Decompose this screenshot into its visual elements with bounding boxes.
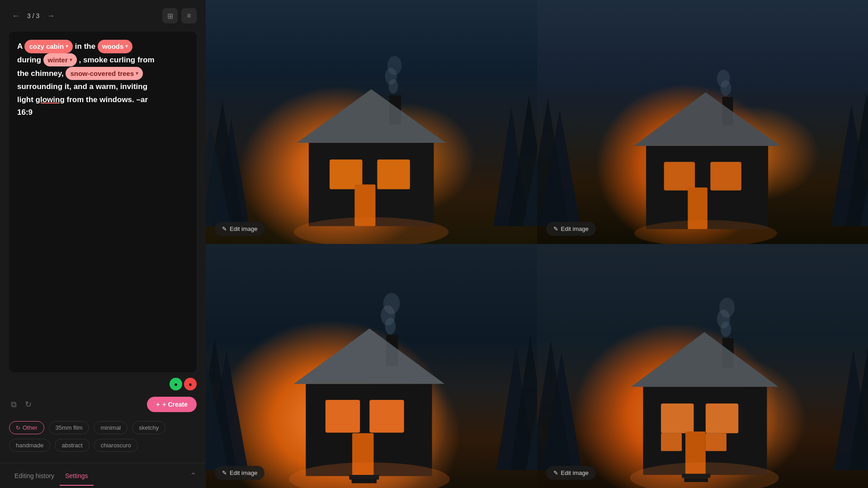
grid-icon: ⊞ xyxy=(167,12,173,20)
prompt-chimney: the chimney, xyxy=(17,69,66,78)
edit-pencil-icon-3: ✎ xyxy=(222,469,227,476)
style-tag-minimal[interactable]: minimal xyxy=(94,421,127,434)
svg-point-16 xyxy=(294,217,448,244)
svg-marker-20 xyxy=(845,92,868,226)
prompt-connector1: in the xyxy=(75,42,98,51)
tab-settings[interactable]: Settings xyxy=(60,466,94,486)
svg-rect-8 xyxy=(330,160,362,189)
list-icon: ≡ xyxy=(187,12,191,20)
tag-trees-chevron: ▾ xyxy=(136,69,138,78)
svg-marker-3 xyxy=(493,107,529,226)
edit-image-label-2: Edit image xyxy=(561,225,589,232)
prompt-prefix: A xyxy=(17,42,24,51)
scene-svg-1 xyxy=(206,0,537,244)
style-tag-sketchy[interactable]: sketchy xyxy=(132,421,165,434)
tag-woods-chevron: ▾ xyxy=(125,42,128,51)
tabs-left: Editing history Settings xyxy=(9,466,94,486)
expand-icon: ⌃ xyxy=(190,471,197,480)
svg-marker-0 xyxy=(213,119,249,226)
style-tags-row1: ↻ Other 35mm film minimal sketchy xyxy=(9,421,197,434)
bottom-tabs: Editing history Settings ⌃ xyxy=(0,463,206,488)
svg-point-12 xyxy=(388,79,398,94)
svg-rect-49 xyxy=(349,475,379,480)
edit-pencil-icon-2: ✎ xyxy=(553,225,558,232)
svg-marker-51 xyxy=(542,352,581,470)
tab-editing-history[interactable]: Editing history xyxy=(9,466,60,486)
prev-page-button[interactable]: ← xyxy=(9,9,23,23)
image-cell-2: ✎ Edit image xyxy=(537,0,868,244)
image-grid: ✎ Edit image ✎ Edit image xyxy=(206,0,868,488)
edit-image-button-1[interactable]: ✎ Edit image xyxy=(215,222,264,236)
svg-point-13 xyxy=(385,68,397,84)
svg-marker-52 xyxy=(537,340,571,470)
avatar-red-icon: ● xyxy=(189,381,192,388)
svg-marker-1 xyxy=(206,101,243,226)
style-tag-abstract[interactable]: abstract xyxy=(55,439,89,452)
svg-rect-61 xyxy=(705,433,726,451)
svg-rect-58 xyxy=(661,404,693,433)
action-buttons: ⧉ ↻ + + Create xyxy=(0,397,206,418)
svg-marker-67 xyxy=(631,332,778,387)
svg-rect-50 xyxy=(352,479,377,483)
svg-point-65 xyxy=(717,310,730,328)
prompt-bottom-area: ● ● xyxy=(0,372,206,397)
scene-svg-4 xyxy=(537,244,868,488)
tab-history-label: Editing history xyxy=(14,472,54,479)
grid-view-button[interactable]: ⊞ xyxy=(162,8,178,23)
svg-marker-30 xyxy=(634,92,780,146)
image-cell-1: ✎ Edit image xyxy=(206,0,537,244)
svg-rect-9 xyxy=(377,160,410,189)
style-sketchy-label: sketchy xyxy=(139,424,159,431)
svg-rect-24 xyxy=(664,162,694,190)
svg-point-46 xyxy=(383,293,400,314)
svg-rect-40 xyxy=(326,400,360,432)
style-tag-chiaroscuro[interactable]: chiaroscuro xyxy=(94,439,138,452)
scene-svg-3 xyxy=(206,244,537,488)
svg-marker-35 xyxy=(496,347,535,470)
avatar-icons: ● ● xyxy=(170,378,197,390)
page-indicator: 3 / 3 xyxy=(27,12,39,19)
edit-image-button-2[interactable]: ✎ Edit image xyxy=(546,222,596,236)
style-tag-other[interactable]: ↻ Other xyxy=(9,421,44,434)
svg-point-28 xyxy=(720,80,731,96)
svg-marker-37 xyxy=(526,352,537,470)
svg-point-31 xyxy=(634,220,777,244)
prompt-area: A cozy cabin ▾ in the woods ▾ during win… xyxy=(9,32,197,372)
svg-rect-70 xyxy=(684,478,708,482)
copy-button[interactable]: ⧉ xyxy=(9,398,19,411)
svg-marker-17 xyxy=(539,110,580,226)
svg-rect-25 xyxy=(710,162,741,190)
style-tags-section: ↻ Other 35mm film minimal sketchy handma… xyxy=(0,418,206,463)
copy-icon: ⧉ xyxy=(11,400,17,409)
tab-expand-button[interactable]: ⌃ xyxy=(190,471,197,481)
list-view-button[interactable]: ≡ xyxy=(181,8,197,23)
create-button[interactable]: + + Create xyxy=(147,397,197,412)
svg-marker-56 xyxy=(631,332,778,387)
style-chiaroscuro-label: chiaroscuro xyxy=(101,442,131,449)
svg-rect-69 xyxy=(682,474,710,478)
tag-winter[interactable]: winter ▾ xyxy=(43,53,77,67)
svg-point-64 xyxy=(720,321,731,337)
svg-rect-26 xyxy=(688,188,707,229)
tag-cabin[interactable]: cozy cabin ▾ xyxy=(24,40,73,53)
style-tag-handmade[interactable]: handmade xyxy=(9,439,50,452)
style-35mm-label: 35mm film xyxy=(56,424,83,431)
tag-woods[interactable]: woods ▾ xyxy=(98,40,133,53)
svg-marker-22 xyxy=(634,92,780,146)
svg-rect-57 xyxy=(643,387,767,475)
svg-marker-36 xyxy=(510,334,537,470)
style-tags-row2: handmade abstract chiaroscuro xyxy=(9,439,197,452)
edit-image-button-4[interactable]: ✎ Edit image xyxy=(546,466,596,480)
tag-winter-chevron: ▾ xyxy=(70,56,72,64)
edit-image-button-3[interactable]: ✎ Edit image xyxy=(215,466,264,480)
style-minimal-label: minimal xyxy=(100,424,121,431)
style-tag-35mm[interactable]: 35mm film xyxy=(49,421,90,434)
svg-point-44 xyxy=(385,318,396,334)
svg-rect-42 xyxy=(352,433,373,476)
scene-svg-2 xyxy=(537,0,868,244)
next-page-button[interactable]: → xyxy=(44,9,57,23)
avatar-green-icon: ● xyxy=(174,381,178,388)
tag-cabin-chevron: ▾ xyxy=(66,42,68,51)
tag-trees[interactable]: snow-covered trees ▾ xyxy=(66,67,143,80)
refresh-button[interactable]: ↻ xyxy=(23,398,33,411)
